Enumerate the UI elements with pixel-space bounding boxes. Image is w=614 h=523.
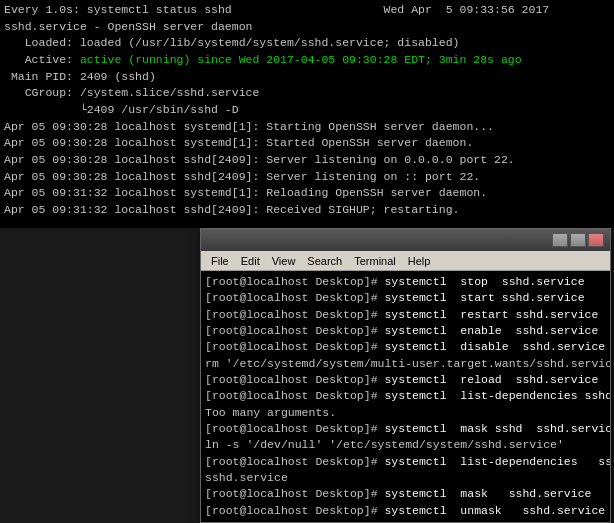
foreground-terminal-window[interactable]: FileEditViewSearchTerminalHelp [root@loc… [200,228,611,523]
terminal-command: systemctl enable sshd.service [384,324,598,337]
terminal-prompt: [root@localhost Desktop]# [205,275,384,288]
active-status: active (running) since Wed 2017-04-05 09… [80,53,522,66]
bg-terminal-line: Active: active (running) since Wed 2017-… [4,52,610,69]
terminal-prompt: [root@localhost Desktop]# [205,455,384,468]
terminal-command: systemctl reload sshd.service [384,373,598,386]
terminal-line: [root@localhost Desktop]# systemctl mask… [205,421,606,437]
terminal-command: systemctl restart sshd.service [384,308,598,321]
minimize-button[interactable] [552,233,568,247]
terminal-line: ln -s '/dev/null' '/etc/systemd/system/s… [205,437,606,453]
terminal-prompt: [root@localhost Desktop]# [205,324,384,337]
terminal-prompt: [root@localhost Desktop]# [205,291,384,304]
close-button[interactable] [588,233,604,247]
menu-item-terminal[interactable]: Terminal [348,254,402,268]
menu-item-help[interactable]: Help [402,254,437,268]
terminal-line: [root@localhost Desktop]# systemctl relo… [205,372,606,388]
terminal-line: rm '/etc/systemd/system/sshd.service' [205,519,606,522]
terminal-line: [root@localhost Desktop]# systemctl list… [205,454,606,470]
terminal-line: rm '/etc/systemd/system/multi-user.targe… [205,356,606,372]
bg-terminal-line: Apr 05 09:30:28 localhost sshd[2409]: Se… [4,152,610,169]
terminal-command: systemctl unmask sshd.service [384,504,605,517]
terminal-line: [root@localhost Desktop]# systemctl unma… [205,503,606,519]
terminal-body[interactable]: [root@localhost Desktop]# systemctl stop… [201,271,610,522]
terminal-command: systemctl disable sshd.service [384,340,605,353]
menu-item-view[interactable]: View [266,254,302,268]
bg-terminal-line: CGroup: /system.slice/sshd.service [4,85,610,102]
terminal-command: systemctl mask sshd.service [384,487,591,500]
terminal-command: rm '/etc/systemd/system/sshd.service' [205,520,460,522]
terminal-line: sshd.service [205,470,606,486]
bg-terminal-line: └2409 /usr/sbin/sshd -D [4,102,610,119]
terminal-prompt: [root@localhost Desktop]# [205,373,384,386]
bg-terminal-line: Loaded: loaded (/usr/lib/systemd/system/… [4,35,610,52]
terminal-line: Too many arguments. [205,405,606,421]
bg-terminal-line: Apr 05 09:31:32 localhost systemd[1]: Re… [4,185,610,202]
terminal-command: systemctl list-dependencies sshd.service [384,455,610,468]
background-terminal: Every 1.0s: systemctl status sshd Wed Ap… [0,0,614,228]
bg-terminal-line: Apr 05 09:30:28 localhost systemd[1]: St… [4,119,610,136]
terminal-line: [root@localhost Desktop]# systemctl mask… [205,486,606,502]
terminal-prompt: [root@localhost Desktop]# [205,308,384,321]
terminal-command: systemctl mask sshd sshd.service [384,422,610,435]
title-bar [201,229,610,251]
terminal-prompt: [root@localhost Desktop]# [205,504,384,517]
terminal-command: systemctl start sshd.service [384,291,584,304]
terminal-command: systemctl list-dependencies sshd sshd.se… [384,389,610,402]
menu-item-file[interactable]: File [205,254,235,268]
terminal-command: ln -s '/dev/null' '/etc/systemd/system/s… [205,438,564,451]
terminal-prompt: [root@localhost Desktop]# [205,389,384,402]
terminal-command: sshd.service [205,471,288,484]
maximize-button[interactable] [570,233,586,247]
terminal-line: [root@localhost Desktop]# systemctl list… [205,388,606,404]
terminal-prompt: [root@localhost Desktop]# [205,487,384,500]
menu-item-search[interactable]: Search [301,254,348,268]
bg-terminal-line: Apr 05 09:30:28 localhost systemd[1]: St… [4,135,610,152]
terminal-line: [root@localhost Desktop]# systemctl disa… [205,339,606,355]
terminal-line: [root@localhost Desktop]# systemctl star… [205,290,606,306]
bg-terminal-line: Every 1.0s: systemctl status sshd Wed Ap… [4,2,610,19]
window-controls[interactable] [552,233,604,247]
menu-bar[interactable]: FileEditViewSearchTerminalHelp [201,251,610,271]
terminal-command: rm '/etc/systemd/system/multi-user.targe… [205,357,610,370]
bg-terminal-line: Main PID: 2409 (sshd) [4,69,610,86]
terminal-prompt: [root@localhost Desktop]# [205,422,384,435]
terminal-command: Too many arguments. [205,406,336,419]
terminal-line: [root@localhost Desktop]# systemctl stop… [205,274,606,290]
menu-item-edit[interactable]: Edit [235,254,266,268]
bg-terminal-line: Apr 05 09:31:32 localhost sshd[2409]: Re… [4,202,610,219]
terminal-line: [root@localhost Desktop]# systemctl enab… [205,323,606,339]
terminal-command: systemctl stop sshd.service [384,275,584,288]
terminal-line: [root@localhost Desktop]# systemctl rest… [205,307,606,323]
terminal-prompt: [root@localhost Desktop]# [205,340,384,353]
bg-terminal-line: Apr 05 09:30:28 localhost sshd[2409]: Se… [4,169,610,186]
bg-terminal-line: sshd.service - OpenSSH server daemon [4,19,610,36]
